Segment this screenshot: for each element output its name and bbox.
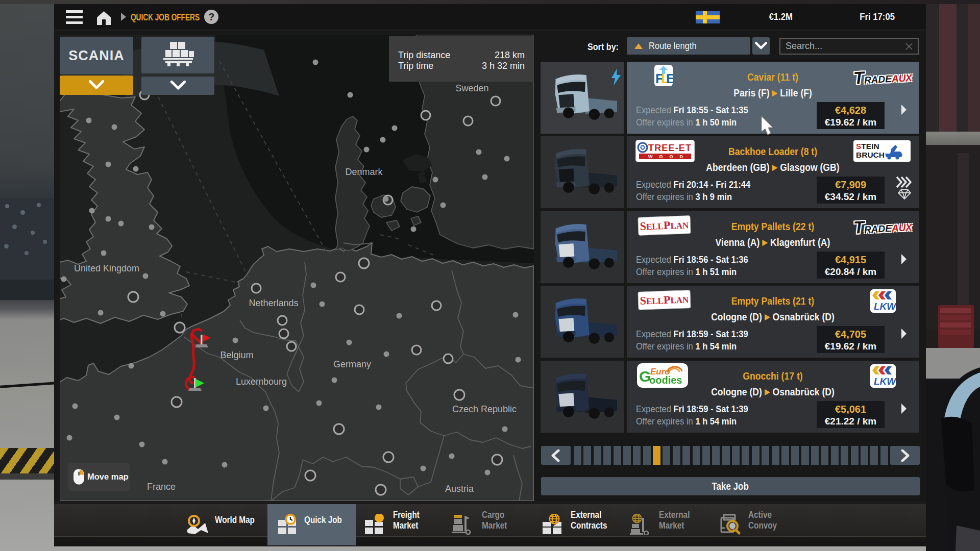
svg-text:Austria: Austria [445,484,474,494]
svg-text:Luxembourg: Luxembourg [236,377,287,387]
svg-text:France: France [147,482,176,492]
svg-text:STEIN: STEIN [856,142,879,151]
svg-text:Denmark: Denmark [345,167,383,177]
svg-text:LKW: LKW [874,376,896,387]
svg-text:Netherlands: Netherlands [249,298,298,308]
svg-text:Germany: Germany [333,359,371,369]
svg-text:Sweden: Sweden [455,83,488,93]
svg-text:LKW: LKW [874,301,896,312]
svg-text:Czech Republic: Czech Republic [452,404,517,414]
svg-text:Belgium: Belgium [220,350,253,360]
svg-text:United Kingdom: United Kingdom [74,263,139,273]
svg-text:BRUCH: BRUCH [856,151,885,159]
